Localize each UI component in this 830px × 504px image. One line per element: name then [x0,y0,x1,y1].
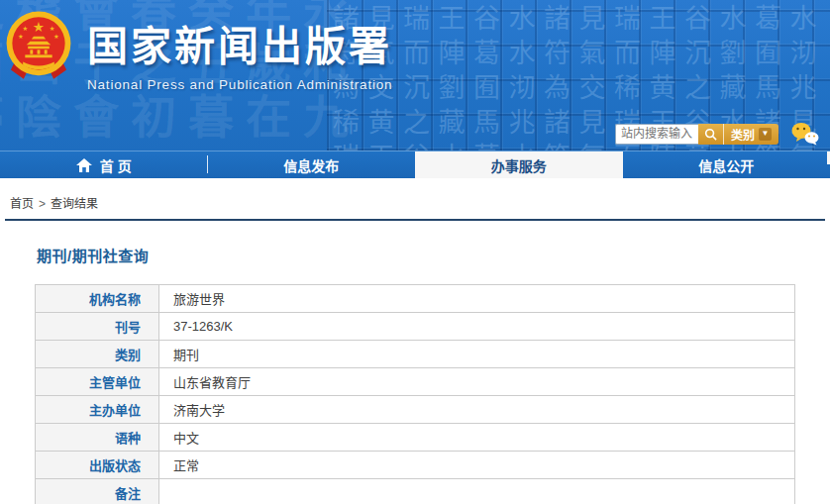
site-search: 类别 ▼ [615,122,820,146]
search-button[interactable] [698,124,724,145]
row-label: 刊号 [36,313,159,341]
row-value: 山东省教育厅 [159,368,795,396]
row-value: 期刊 [159,341,795,368]
nav-item-news[interactable]: 信息发布 [208,151,416,178]
row-label: 主办单位 [36,396,159,424]
table-row: 主管单位山东省教育厅 [36,368,795,396]
search-input[interactable] [615,124,698,145]
table-row: 刊号37-1263/K [36,313,795,341]
row-value: 中文 [159,424,795,452]
china-national-emblem-icon: ★ ★ ★ ★ ★ [3,7,74,84]
nav-label: 信息公开 [698,155,754,175]
row-value: 37-1263/K [159,313,795,341]
row-label: 出版状态 [36,452,159,479]
svg-text:★: ★ [33,19,45,35]
breadcrumb: 首页>查询结果 [0,178,830,211]
row-label: 备注 [36,479,159,504]
row-value: 正常 [159,452,795,479]
table-row: 主办单位济南大学 [36,396,795,424]
result-table-body: 机构名称旅游世界刊号37-1263/K类别期刊主管单位山东省教育厅主办单位济南大… [36,285,795,504]
section-divider [5,219,825,221]
svg-text:★: ★ [53,33,59,41]
table-row: 语种中文 [36,424,795,452]
table-row: 出版状态正常 [36,452,795,479]
svg-text:★: ★ [18,33,24,41]
category-label: 类别 [731,126,755,143]
main-nav: 首 页 信息发布 办事服务 信息公开 [0,151,830,178]
row-label: 语种 [36,424,159,452]
nav-label: 信息发布 [283,155,339,175]
magnifier-icon [704,128,717,141]
nav-item-services[interactable]: 办事服务 [415,151,623,178]
breadcrumb-home-link[interactable]: 首页 [10,197,34,211]
row-label: 机构名称 [36,285,159,313]
table-row: 机构名称旅游世界 [36,285,795,313]
row-label: 类别 [36,341,159,368]
row-value [159,479,795,504]
row-label: 主管单位 [36,368,159,396]
nav-label: 首 页 [100,155,132,175]
result-table: 机构名称旅游世界刊号37-1263/K类别期刊主管单位山东省教育厅主办单位济南大… [35,284,795,504]
site-header: 永和九年歲在癸丑暮春之初會于會稽山陰之蘭亭修禊事也群賢畢至少長咸集此地有崇山峻嶺… [0,0,830,151]
row-value: 济南大学 [159,396,795,424]
category-dropdown[interactable]: 类别 ▼ [724,126,778,143]
nav-label: 办事服务 [491,155,547,175]
svg-text:★: ★ [22,25,28,33]
breadcrumb-separator: > [39,197,46,211]
chevron-down-icon: ▼ [759,128,772,141]
table-row: 备注 [36,479,795,504]
breadcrumb-current: 查询结果 [51,197,98,211]
row-value: 旅游世界 [159,285,795,313]
wechat-share-button[interactable] [790,122,820,146]
svg-text:★: ★ [50,25,55,33]
nav-item-disclosure[interactable]: 信息公开 [623,151,830,178]
search-controls: 类别 ▼ [698,124,778,145]
home-icon [76,158,92,172]
wechat-icon [790,122,820,146]
site-subtitle: National Press and Publication Administr… [87,77,392,92]
table-row: 类别期刊 [36,341,795,368]
page-title: 期刊/期刊社查询 [37,245,830,265]
site-title: 国家新闻出版署 [87,13,392,72]
site-brand: 国家新闻出版署 National Press and Publication A… [87,13,392,92]
nav-item-home[interactable]: 首 页 [0,151,208,178]
